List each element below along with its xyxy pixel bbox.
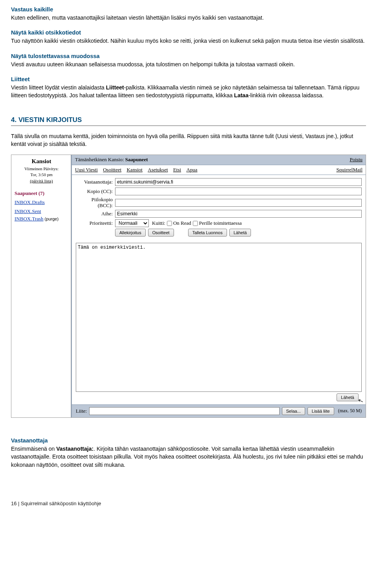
body-text: Viesti avautuu uuteen ikkunaan sellaises… — [11, 60, 366, 68]
heading: Näytä kaikki otsikkotiedot — [11, 29, 366, 37]
logout-link[interactable]: Poistu — [350, 156, 362, 164]
purge-link[interactable]: (purge) — [44, 217, 59, 221]
body-text: Tuo näyttöön kaikki viestin otsikkotiedo… — [11, 37, 366, 45]
toolbar: Uusi Viesti Osoitteet Kansiot Asetukset … — [75, 166, 201, 174]
onread-checkbox[interactable] — [167, 221, 172, 226]
section-liitteet: Liitteet Viestin liitteet löydät viestin… — [11, 75, 366, 100]
bold: Liitteet — [106, 84, 124, 91]
bcc-field[interactable] — [115, 199, 362, 207]
folders-title: Kansiot — [15, 157, 68, 166]
nav-help[interactable]: Apua — [186, 167, 197, 173]
max-size-label: (max. 50 M) — [338, 408, 362, 414]
brand-link[interactable]: SquirrelMail — [337, 166, 362, 174]
body-text: Ensimmäisenä on Vastaanottaja:. Kirjoita… — [11, 445, 366, 469]
folder-drafts[interactable]: INBOX.Drafts — [15, 199, 68, 206]
chapter-title: 4. VIESTIN KIRJOITUS — [11, 115, 366, 126]
section-tulostettava: Näytä tulostettavassa muodossa Viesti av… — [11, 52, 366, 68]
t: Tor, 3:50 pm — [15, 172, 68, 178]
header-row: Tämänhetkinen Kansio: Saapuneet Poistu — [72, 155, 366, 165]
send-bottom-button[interactable]: Lähetä — [337, 393, 359, 401]
section-vastaanottaja: Vastaanottaja Ensimmäisenä on Vastaanott… — [11, 437, 366, 469]
current-folder-label: Tämänhetkinen Kansio: — [75, 157, 125, 162]
folders-pane: Kansiot Viimeinen Päivitys: Tor, 3:50 pm… — [11, 155, 71, 417]
cc-field[interactable] — [115, 188, 362, 195]
to-field[interactable] — [115, 178, 362, 186]
nav-new-message[interactable]: Uusi Viesti — [75, 167, 98, 173]
section-vastaus-kaikille: Vastaus kaikille Kuten edellinen, mutta … — [11, 5, 366, 22]
ondelivery-checkbox[interactable] — [193, 221, 198, 226]
current-folder: Saapuneet — [125, 157, 148, 162]
bold: Lataa — [234, 92, 249, 98]
heading: Liitteet — [11, 75, 366, 84]
label-receipt: Kuitti: — [152, 220, 165, 227]
priority-select[interactable]: Normaali — [115, 219, 149, 227]
onread-label: On Read — [173, 220, 191, 227]
compose-screenshot: Kansiot Viimeinen Päivitys: Tor, 3:50 pm… — [11, 155, 366, 418]
nav-settings[interactable]: Asetukset — [148, 167, 168, 173]
message-body[interactable]: Tämä on esimerkkiviesti. — [76, 243, 362, 392]
main-pane: Tämänhetkinen Kansio: Saapuneet Poistu U… — [71, 155, 366, 417]
toolbar-row: Uusi Viesti Osoitteet Kansiot Asetukset … — [72, 165, 366, 175]
body-text: Kuten edellinen, mutta vastaanottajiksi … — [11, 14, 366, 22]
t: Ensimmäisenä on — [11, 446, 56, 452]
heading: Vastaus kaikille — [11, 5, 366, 14]
addresses-button[interactable]: Osoitteet — [148, 229, 174, 237]
refresh-link[interactable]: (päivitä lista) — [15, 178, 68, 184]
label-cc: Kopio (CC): — [76, 188, 115, 195]
body-text: Viestin liitteet löydät viestin alalaida… — [11, 84, 366, 100]
page-footer: 16 | Squirrelmail sähköpostin käyttöohje — [11, 500, 366, 508]
last-refresh: Viimeinen Päivitys: Tor, 3:50 pm (päivit… — [15, 166, 68, 185]
bottom-send-row: Lähetä ↖ — [72, 392, 366, 401]
nav-addresses[interactable]: Osoitteet — [103, 167, 121, 173]
send-button[interactable]: Lähetä — [229, 229, 251, 237]
label-bcc: Piilokopio (BCC): — [76, 197, 115, 208]
ondelivery-label: Perille toimitettaessa — [199, 220, 242, 227]
add-attachment-button[interactable]: Lisää liite — [307, 407, 334, 415]
heading: Vastaanottaja — [11, 437, 366, 445]
chapter-intro: Tällä sivulla on muutama kenttä, joiden … — [11, 132, 366, 148]
attachment-bar: Liite: Selaa... Lisää liite (max. 50 M) — [72, 404, 366, 417]
signature-button[interactable]: Allekirjoitus — [115, 229, 146, 237]
compose-form: Vastaanottaja: Kopio (CC): Piilokopio (B… — [72, 175, 366, 241]
t: Viestin liitteet löydät viestin alalaida… — [11, 84, 106, 91]
browse-button[interactable]: Selaa... — [282, 407, 305, 415]
bold: Vastaanottaja: — [56, 446, 93, 452]
section-otsikkotiedot: Näytä kaikki otsikkotiedot Tuo näyttöön … — [11, 29, 366, 45]
heading: Näytä tulostettavassa muodossa — [11, 52, 366, 60]
label-subject: Aihe: — [76, 210, 115, 218]
folder-trash[interactable]: INBOX.Trash — [15, 216, 44, 222]
folder-inbox[interactable]: Saapuneet (7) — [15, 190, 68, 197]
label-priority: Prioriteetti: — [76, 220, 115, 227]
save-draft-button[interactable]: Talleta Luonnos — [188, 229, 227, 237]
t: -linkkiä rivin oikeassa laidassa. — [249, 92, 324, 98]
attach-path-field[interactable] — [89, 407, 279, 415]
subject-field[interactable] — [115, 210, 362, 218]
t: Viimeinen Päivitys: — [15, 166, 68, 172]
nav-search[interactable]: Etsi — [173, 167, 181, 173]
label-attach: Liite: — [76, 408, 87, 415]
nav-folders[interactable]: Kansiot — [126, 167, 142, 173]
folder-sent[interactable]: INBOX.Sent — [15, 208, 68, 215]
label-to: Vastaanottaja: — [76, 178, 115, 186]
